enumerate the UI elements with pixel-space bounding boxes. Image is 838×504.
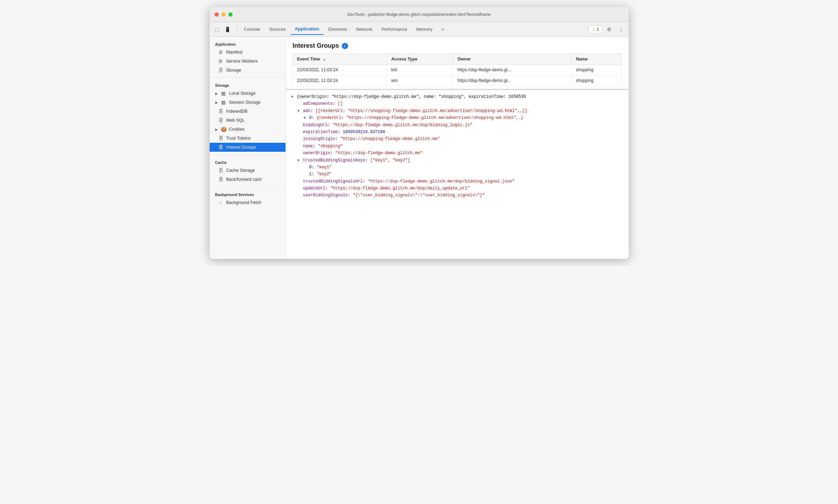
main-content: Application 🗎 Manifest ⚙ Service Workers… bbox=[210, 37, 629, 259]
sidebar: Application 🗎 Manifest ⚙ Service Workers… bbox=[210, 37, 286, 259]
trust-tokens-icon: 🗄 bbox=[218, 136, 224, 141]
close-button[interactable] bbox=[215, 12, 219, 17]
sidebar-section-background: Background Services bbox=[210, 190, 285, 198]
titlebar: DevTools - publisher-fledge-demo.glitch.… bbox=[210, 7, 629, 22]
warning-count: 1 bbox=[597, 27, 599, 32]
detail-line: name: "shopping" bbox=[291, 143, 623, 150]
indexeddb-icon: 🗄 bbox=[218, 109, 224, 114]
maximize-button[interactable] bbox=[228, 12, 233, 17]
sidebar-label-indexeddb: IndexedDB bbox=[226, 109, 248, 114]
window-title: DevTools - publisher-fledge-demo.glitch.… bbox=[347, 12, 491, 17]
detail-line: 1: "key2" bbox=[291, 171, 623, 178]
settings-icon[interactable]: ⚙ bbox=[604, 25, 614, 34]
storage-app-icon: 🗄 bbox=[218, 67, 224, 73]
detail-line: ▼trustedBiddingSignalsKeys: ["key1", "ke… bbox=[291, 157, 623, 164]
col-name[interactable]: Name bbox=[572, 54, 621, 65]
expand-arrow[interactable]: ▼ bbox=[291, 94, 295, 100]
service-workers-icon: ⚙ bbox=[218, 58, 224, 64]
cookies-chevron: ▶ bbox=[215, 128, 218, 131]
tab-memory[interactable]: Memory bbox=[412, 24, 437, 35]
detail-line: biddingUrl: "https://dsp-fledge-demo.gli… bbox=[291, 122, 623, 129]
col-access-type[interactable]: Access Type bbox=[387, 54, 453, 65]
sidebar-label-background-fetch: Background Fetch bbox=[226, 200, 261, 205]
col-event-time[interactable]: Event Time ▲ bbox=[293, 54, 387, 65]
main-panel: Interest Groups i Event Time ▲ Access Ty… bbox=[286, 37, 629, 259]
detail-panel: ▼{ownerOrigin: "https://dsp-fledge-demo.… bbox=[286, 90, 629, 259]
table-header-row: Event Time ▲ Access Type Owner Name bbox=[293, 54, 621, 65]
sidebar-label-cache-storage: Cache Storage bbox=[226, 168, 255, 173]
tab-elements[interactable]: Elements bbox=[324, 24, 351, 35]
detail-line: trustedBiddingSignalsUrl: "https://dsp-f… bbox=[291, 178, 623, 185]
panel-top: Interest Groups i Event Time ▲ Access Ty… bbox=[286, 37, 629, 89]
sidebar-label-cookies: Cookies bbox=[229, 127, 245, 132]
sidebar-label-manifest: Manifest bbox=[226, 50, 243, 55]
detail-line: joiningOrigin: "https://shopping-fledge-… bbox=[291, 136, 623, 142]
expand-arrow[interactable]: ▼ bbox=[298, 108, 302, 114]
sidebar-item-back-forward-cache[interactable]: 🗄 Back/forward cach bbox=[210, 175, 285, 184]
sidebar-item-storage-app[interactable]: 🗄 Storage bbox=[210, 66, 285, 75]
panel-title-container: Interest Groups i bbox=[293, 42, 622, 49]
detail-line: adComponents: [] bbox=[291, 100, 623, 107]
background-fetch-icon: ↑ bbox=[218, 200, 224, 205]
sidebar-section-storage: Storage bbox=[210, 81, 285, 89]
cookies-icon: 🍪 bbox=[221, 127, 226, 132]
tab-sources[interactable]: Sources bbox=[265, 24, 290, 35]
tab-console[interactable]: Console bbox=[240, 24, 265, 35]
separator-1 bbox=[210, 77, 285, 78]
info-icon[interactable]: i bbox=[342, 43, 348, 49]
sidebar-label-interest-groups: Interest Groups bbox=[226, 145, 256, 150]
detail-line: expirationTime: 1650538216.837188 bbox=[291, 129, 623, 136]
session-storage-chevron: ▶ bbox=[215, 101, 218, 104]
tab-network[interactable]: Network bbox=[352, 24, 377, 35]
local-storage-icon: ▦ bbox=[221, 91, 226, 96]
sidebar-item-session-storage[interactable]: ▶ ▦ Session Storage bbox=[210, 98, 285, 107]
toolbar-right: ⚠ 1 ⚙ ⋮ bbox=[589, 25, 626, 34]
cursor-icon[interactable]: ⬚ bbox=[212, 25, 222, 34]
table-row[interactable]: 22/03/2022, 11:03:24winhttps://dsp-fledg… bbox=[293, 75, 621, 86]
expand-arrow[interactable]: ▼ bbox=[304, 115, 308, 121]
sidebar-item-manifest[interactable]: 🗎 Manifest bbox=[210, 48, 285, 57]
tab-more[interactable]: » bbox=[437, 24, 448, 35]
sidebar-label-trust-tokens: Trust Tokens bbox=[226, 136, 251, 141]
back-forward-cache-icon: 🗄 bbox=[218, 177, 224, 182]
sidebar-label-service-workers: Service Workers bbox=[226, 59, 258, 64]
separator-2 bbox=[210, 155, 285, 155]
col-owner[interactable]: Owner bbox=[453, 54, 572, 65]
expand-arrow[interactable]: ▼ bbox=[298, 158, 302, 164]
detail-line: userBiddingSignals: "{\"user_bidding_sig… bbox=[291, 192, 623, 199]
separator-3 bbox=[210, 187, 285, 187]
devtools-window: DevTools - publisher-fledge-demo.glitch.… bbox=[210, 7, 629, 259]
sidebar-item-local-storage[interactable]: ▶ ▦ Local Storage bbox=[210, 89, 285, 98]
sidebar-item-cache-storage[interactable]: 🗄 Cache Storage bbox=[210, 166, 285, 175]
toolbar-icons: ⬚ 📱 bbox=[212, 25, 233, 34]
sidebar-item-indexeddb[interactable]: 🗄 IndexedDB bbox=[210, 107, 285, 116]
sidebar-section-application: Application bbox=[210, 39, 285, 48]
minimize-button[interactable] bbox=[221, 12, 226, 17]
interest-groups-icon: 🗄 bbox=[218, 144, 224, 150]
sidebar-item-interest-groups[interactable]: 🗄 Interest Groups bbox=[210, 143, 285, 152]
toolbar-divider bbox=[237, 26, 238, 33]
toolbar: ⬚ 📱 Console Sources Application Elements… bbox=[210, 22, 629, 37]
detail-line: ownerOrigin: "https://dsp-fledge-demo.gl… bbox=[291, 150, 623, 157]
more-options-icon[interactable]: ⋮ bbox=[616, 25, 626, 34]
detail-line: ▼0: {renderUrl: "https://shopping-fledge… bbox=[291, 114, 623, 121]
mobile-icon[interactable]: 📱 bbox=[223, 25, 233, 34]
sidebar-label-session-storage: Session Storage bbox=[229, 100, 261, 105]
warning-badge[interactable]: ⚠ 1 bbox=[589, 25, 602, 34]
sidebar-item-background-fetch[interactable]: ↑ Background Fetch bbox=[210, 198, 285, 207]
sidebar-item-trust-tokens[interactable]: 🗄 Trust Tokens bbox=[210, 134, 285, 143]
tab-application[interactable]: Application bbox=[291, 24, 324, 35]
local-storage-chevron: ▶ bbox=[215, 92, 218, 95]
sort-icon: ▲ bbox=[322, 57, 326, 61]
sidebar-item-service-workers[interactable]: ⚙ Service Workers bbox=[210, 57, 285, 66]
tab-performance[interactable]: Performance bbox=[377, 24, 411, 35]
sidebar-item-web-sql[interactable]: 🗄 Web SQL bbox=[210, 116, 285, 125]
table-row[interactable]: 22/03/2022, 11:03:24bidhttps://dsp-fledg… bbox=[293, 65, 621, 75]
detail-line: ▼ads: [{renderUrl: "https://shopping-fle… bbox=[291, 108, 623, 114]
manifest-icon: 🗎 bbox=[218, 49, 224, 55]
web-sql-icon: 🗄 bbox=[218, 118, 224, 123]
detail-line: 0: "key1" bbox=[291, 164, 623, 171]
traffic-lights bbox=[215, 12, 233, 17]
sidebar-label-local-storage: Local Storage bbox=[229, 91, 256, 96]
sidebar-item-cookies[interactable]: ▶ 🍪 Cookies bbox=[210, 125, 285, 134]
